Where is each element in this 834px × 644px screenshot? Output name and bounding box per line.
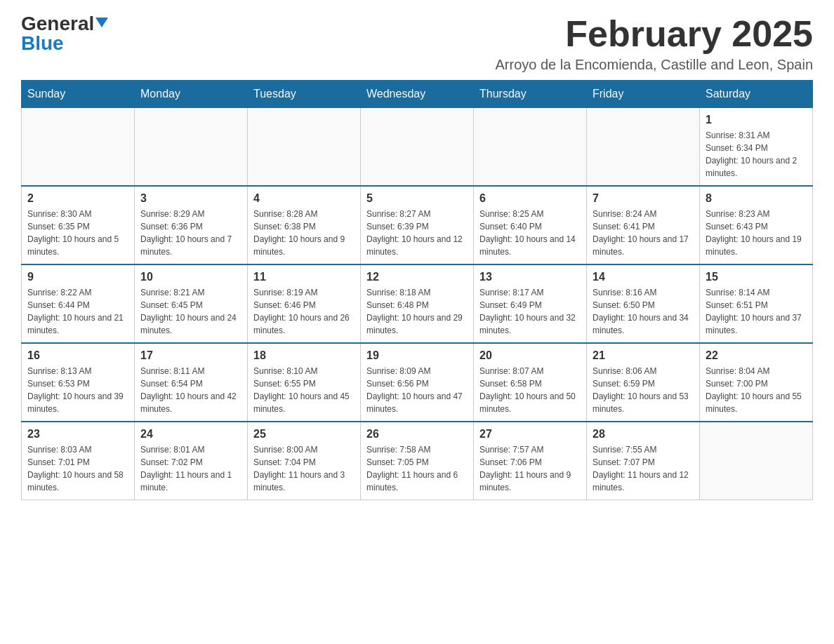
day-number: 27 [479, 428, 581, 441]
calendar-cell [22, 108, 135, 187]
calendar-week-row: 2Sunrise: 8:30 AMSunset: 6:35 PMDaylight… [22, 186, 813, 264]
column-header-sunday: Sunday [22, 81, 135, 108]
day-number: 18 [253, 349, 355, 362]
column-header-saturday: Saturday [700, 81, 813, 108]
day-info: Sunrise: 8:21 AMSunset: 6:45 PMDaylight:… [140, 286, 241, 337]
day-info: Sunrise: 8:17 AMSunset: 6:49 PMDaylight:… [479, 286, 581, 337]
calendar-cell [587, 108, 700, 187]
day-info: Sunrise: 8:01 AMSunset: 7:02 PMDaylight:… [140, 443, 241, 494]
day-number: 15 [706, 271, 807, 283]
day-info: Sunrise: 8:30 AMSunset: 6:35 PMDaylight:… [27, 208, 128, 258]
day-number: 8 [706, 192, 807, 205]
calendar-cell: 5Sunrise: 8:27 AMSunset: 6:39 PMDaylight… [361, 186, 474, 264]
day-number: 28 [593, 428, 694, 441]
calendar-title: February 2025 [496, 14, 814, 54]
column-header-friday: Friday [587, 81, 700, 108]
calendar-cell: 17Sunrise: 8:11 AMSunset: 6:54 PMDayligh… [135, 343, 248, 422]
calendar-cell: 21Sunrise: 8:06 AMSunset: 6:59 PMDayligh… [587, 343, 700, 422]
day-info: Sunrise: 8:25 AMSunset: 6:40 PMDaylight:… [479, 208, 581, 258]
day-number: 26 [366, 428, 468, 441]
calendar-cell: 22Sunrise: 8:04 AMSunset: 7:00 PMDayligh… [700, 343, 813, 422]
calendar-cell: 28Sunrise: 7:55 AMSunset: 7:07 PMDayligh… [587, 422, 700, 500]
day-number: 1 [706, 114, 807, 126]
calendar-week-row: 23Sunrise: 8:03 AMSunset: 7:01 PMDayligh… [22, 422, 813, 500]
day-number: 16 [27, 349, 128, 362]
calendar-cell [474, 108, 587, 187]
calendar-cell: 6Sunrise: 8:25 AMSunset: 6:40 PMDaylight… [474, 186, 587, 264]
day-info: Sunrise: 8:04 AMSunset: 7:00 PMDaylight:… [706, 365, 807, 415]
day-info: Sunrise: 8:03 AMSunset: 7:01 PMDaylight:… [27, 443, 128, 494]
day-info: Sunrise: 8:19 AMSunset: 6:46 PMDaylight:… [253, 286, 355, 337]
day-info: Sunrise: 8:24 AMSunset: 6:41 PMDaylight:… [593, 208, 694, 258]
day-number: 6 [479, 192, 581, 205]
logo-text: GeneralBlue [21, 14, 108, 53]
day-number: 21 [593, 349, 694, 362]
day-number: 5 [366, 192, 468, 205]
day-info: Sunrise: 8:07 AMSunset: 6:58 PMDaylight:… [479, 365, 581, 415]
day-number: 25 [253, 428, 355, 441]
calendar-cell [135, 108, 248, 187]
calendar-cell [248, 108, 361, 187]
calendar-cell: 24Sunrise: 8:01 AMSunset: 7:02 PMDayligh… [135, 422, 248, 500]
calendar-cell [700, 422, 813, 500]
day-number: 14 [593, 271, 694, 283]
calendar-cell: 18Sunrise: 8:10 AMSunset: 6:55 PMDayligh… [248, 343, 361, 422]
day-info: Sunrise: 7:57 AMSunset: 7:06 PMDaylight:… [479, 443, 581, 494]
day-number: 12 [366, 271, 468, 283]
calendar-week-row: 16Sunrise: 8:13 AMSunset: 6:53 PMDayligh… [22, 343, 813, 422]
calendar-week-row: 1Sunrise: 8:31 AMSunset: 6:34 PMDaylight… [22, 108, 813, 187]
day-number: 4 [253, 192, 355, 205]
day-info: Sunrise: 8:29 AMSunset: 6:36 PMDaylight:… [140, 208, 241, 258]
calendar-cell: 7Sunrise: 8:24 AMSunset: 6:41 PMDaylight… [587, 186, 700, 264]
column-header-thursday: Thursday [474, 81, 587, 108]
day-info: Sunrise: 8:06 AMSunset: 6:59 PMDaylight:… [593, 365, 694, 415]
day-number: 23 [27, 428, 128, 441]
column-header-tuesday: Tuesday [248, 81, 361, 108]
day-info: Sunrise: 8:22 AMSunset: 6:44 PMDaylight:… [27, 286, 128, 337]
calendar-cell: 1Sunrise: 8:31 AMSunset: 6:34 PMDaylight… [700, 108, 813, 187]
day-number: 20 [479, 349, 581, 362]
day-number: 9 [27, 271, 128, 283]
day-info: Sunrise: 8:31 AMSunset: 6:34 PMDaylight:… [706, 129, 807, 180]
day-info: Sunrise: 8:16 AMSunset: 6:50 PMDaylight:… [593, 286, 694, 337]
day-number: 11 [253, 271, 355, 283]
day-info: Sunrise: 8:00 AMSunset: 7:04 PMDaylight:… [253, 443, 355, 494]
calendar-cell: 19Sunrise: 8:09 AMSunset: 6:56 PMDayligh… [361, 343, 474, 422]
calendar-cell: 23Sunrise: 8:03 AMSunset: 7:01 PMDayligh… [22, 422, 135, 500]
calendar-cell: 16Sunrise: 8:13 AMSunset: 6:53 PMDayligh… [22, 343, 135, 422]
calendar-cell: 4Sunrise: 8:28 AMSunset: 6:38 PMDaylight… [248, 186, 361, 264]
calendar-header-row: SundayMondayTuesdayWednesdayThursdayFrid… [22, 81, 813, 108]
day-info: Sunrise: 8:28 AMSunset: 6:38 PMDaylight:… [253, 208, 355, 258]
calendar-table: SundayMondayTuesdayWednesdayThursdayFrid… [21, 80, 813, 500]
calendar-subtitle: Arroyo de la Encomienda, Castille and Le… [496, 57, 814, 73]
calendar-cell: 2Sunrise: 8:30 AMSunset: 6:35 PMDaylight… [22, 186, 135, 264]
calendar-week-row: 9Sunrise: 8:22 AMSunset: 6:44 PMDaylight… [22, 264, 813, 343]
calendar-cell: 20Sunrise: 8:07 AMSunset: 6:58 PMDayligh… [474, 343, 587, 422]
calendar-cell: 13Sunrise: 8:17 AMSunset: 6:49 PMDayligh… [474, 264, 587, 343]
page-header: GeneralBlue February 2025 Arroyo de la E… [21, 14, 813, 73]
day-info: Sunrise: 7:55 AMSunset: 7:07 PMDaylight:… [593, 443, 694, 494]
calendar-cell: 12Sunrise: 8:18 AMSunset: 6:48 PMDayligh… [361, 264, 474, 343]
calendar-cell: 11Sunrise: 8:19 AMSunset: 6:46 PMDayligh… [248, 264, 361, 343]
day-info: Sunrise: 8:10 AMSunset: 6:55 PMDaylight:… [253, 365, 355, 415]
calendar-cell: 26Sunrise: 7:58 AMSunset: 7:05 PMDayligh… [361, 422, 474, 500]
day-info: Sunrise: 8:13 AMSunset: 6:53 PMDaylight:… [27, 365, 128, 415]
calendar-cell: 10Sunrise: 8:21 AMSunset: 6:45 PMDayligh… [135, 264, 248, 343]
day-number: 3 [140, 192, 241, 205]
title-section: February 2025 Arroyo de la Encomienda, C… [496, 14, 814, 73]
day-info: Sunrise: 8:14 AMSunset: 6:51 PMDaylight:… [706, 286, 807, 337]
calendar-cell: 14Sunrise: 8:16 AMSunset: 6:50 PMDayligh… [587, 264, 700, 343]
day-number: 2 [27, 192, 128, 205]
calendar-cell [361, 108, 474, 187]
day-info: Sunrise: 8:09 AMSunset: 6:56 PMDaylight:… [366, 365, 468, 415]
day-info: Sunrise: 8:18 AMSunset: 6:48 PMDaylight:… [366, 286, 468, 337]
calendar-cell: 8Sunrise: 8:23 AMSunset: 6:43 PMDaylight… [700, 186, 813, 264]
day-number: 7 [593, 192, 694, 205]
day-number: 19 [366, 349, 468, 362]
day-info: Sunrise: 8:11 AMSunset: 6:54 PMDaylight:… [140, 365, 241, 415]
column-header-wednesday: Wednesday [361, 81, 474, 108]
day-info: Sunrise: 8:23 AMSunset: 6:43 PMDaylight:… [706, 208, 807, 258]
day-number: 22 [706, 349, 807, 362]
day-number: 17 [140, 349, 241, 362]
logo-blue-text: Blue [21, 32, 64, 54]
